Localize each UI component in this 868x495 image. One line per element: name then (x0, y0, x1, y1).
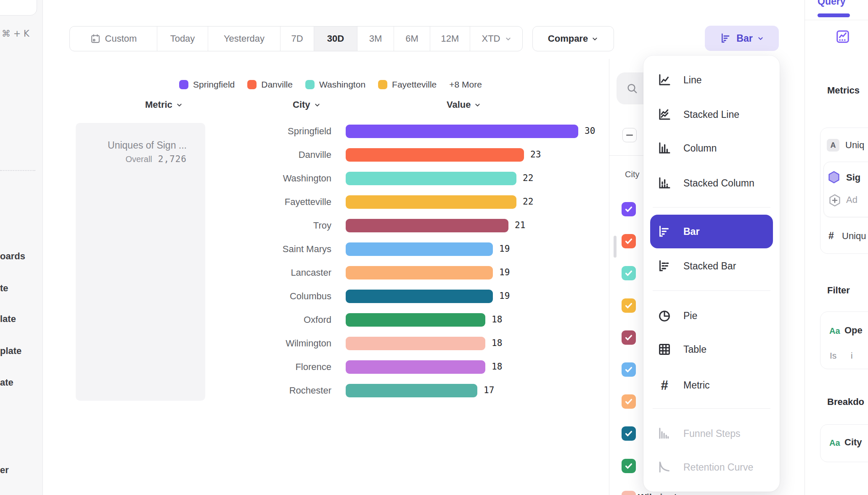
bar-category-label: Danville (143, 149, 331, 160)
legend-item-washington[interactable]: Washington (305, 80, 365, 90)
legend-item-springfield[interactable]: Springfield (179, 80, 235, 90)
breakdown-property[interactable]: City (844, 437, 862, 448)
bar-columbus[interactable] (346, 290, 493, 303)
metric-card[interactable]: Uniques of Sign ... Overall 2,726 (76, 123, 205, 401)
legend-label: Danville (261, 80, 293, 90)
check-icon (624, 365, 634, 375)
bar-troy[interactable] (346, 219, 508, 232)
bar-washington[interactable] (346, 172, 516, 185)
range-custom[interactable]: Custom (70, 27, 157, 51)
value-header-label: Value (447, 99, 471, 110)
filter-operand[interactable]: i (851, 351, 853, 361)
checkbox-wilmington[interactable] (622, 491, 636, 495)
check-icon (624, 493, 634, 495)
bar-saint-marys[interactable] (346, 242, 493, 256)
add-event-label[interactable]: Ad (846, 194, 857, 205)
range-3m[interactable]: 3M (357, 27, 394, 51)
bar-category-label: Fayetteville (143, 197, 331, 208)
sidebar-item-te[interactable]: te (0, 283, 8, 294)
filter-property[interactable]: Ope (844, 325, 863, 336)
range-label: Yesterday (224, 33, 265, 44)
metric-name[interactable]: Uniq (845, 140, 864, 151)
chart-type-table[interactable]: Table (643, 333, 780, 366)
event-name[interactable]: Sig (846, 172, 860, 183)
bar-category-label: Oxford (143, 314, 331, 325)
bar-fayetteville[interactable] (346, 195, 516, 209)
chart-type-label: Bar (736, 33, 752, 44)
sidebar-item-oards[interactable]: oards (0, 251, 25, 262)
add-event-icon[interactable] (828, 193, 840, 206)
bar-rochester[interactable] (346, 384, 477, 397)
range-xtd[interactable]: XTD (470, 27, 523, 51)
pie-icon (657, 308, 672, 323)
legend-item-danville[interactable]: Danville (247, 80, 293, 90)
bar-category-label: Rochester (143, 385, 331, 396)
checkbox-danville[interactable] (622, 234, 636, 248)
checkbox-washington[interactable] (622, 266, 636, 280)
chart-type-pie[interactable]: Pie (643, 299, 780, 333)
range-label: Custom (105, 33, 137, 44)
sidebar-item-ate[interactable]: ate (0, 377, 13, 388)
calendar-icon (90, 33, 101, 44)
bar-value-label: 22 (523, 173, 533, 183)
checkbox-troy[interactable] (622, 330, 636, 345)
column-header-value[interactable]: Value (447, 99, 481, 110)
range-12m[interactable]: 12M (430, 27, 470, 51)
aggregation-symbol: # (828, 230, 834, 242)
legend-label: Fayetteville (392, 80, 437, 90)
select-all-checkbox[interactable] (622, 128, 637, 142)
chart-type-bar[interactable]: Bar (650, 215, 773, 248)
range-today[interactable]: Today (157, 27, 208, 51)
metrics-heading: Metrics (827, 85, 860, 96)
chart-type-button[interactable]: Bar (705, 26, 779, 51)
legend-label: Springfield (193, 80, 235, 90)
sidebar-item-late[interactable]: late (0, 314, 16, 325)
checkbox-columbus[interactable] (622, 426, 636, 441)
chart-type-stacked-bar[interactable]: Stacked Bar (643, 249, 780, 283)
sidebar-search-box[interactable] (0, 0, 37, 16)
filter-type-badge: Aa (829, 326, 840, 336)
chart-type-stacked-line[interactable]: Stacked Line (643, 98, 780, 131)
bar-springfield[interactable] (346, 125, 578, 138)
stacked-line-icon (657, 107, 672, 122)
column-header-metric[interactable]: Metric (145, 99, 183, 110)
chart-type-metric[interactable]: #Metric (643, 368, 780, 402)
chart-type-stacked-column[interactable]: Stacked Column (643, 166, 780, 200)
bar-florence[interactable] (346, 360, 485, 374)
tab-query[interactable]: Query (818, 0, 845, 7)
filter-operator[interactable]: Is (830, 351, 836, 361)
scrollbar-thumb[interactable] (614, 236, 617, 258)
legend-item-fayetteville[interactable]: Fayetteville (378, 80, 437, 90)
bar-value-label: 19 (499, 291, 510, 301)
bar-value-label: 30 (585, 126, 595, 136)
checkbox-fayetteville[interactable] (622, 298, 636, 313)
checkbox-lancaster[interactable] (622, 394, 636, 409)
bar-value-label: 18 (492, 314, 502, 325)
checkbox-saint-marys[interactable] (622, 362, 636, 377)
sidebar-item-er[interactable]: er (0, 465, 9, 476)
menu-divider (653, 207, 770, 208)
range-6m[interactable]: 6M (394, 27, 430, 51)
bar-value-label: 19 (499, 267, 510, 277)
checkbox-springfield[interactable] (622, 202, 636, 216)
range-30d[interactable]: 30D (314, 27, 357, 51)
bar-danville[interactable] (346, 148, 524, 162)
chart-panel-icon[interactable] (835, 29, 850, 44)
bar-oxford[interactable] (346, 313, 485, 327)
sidebar-item-plate[interactable]: plate (0, 346, 21, 357)
range-yesterday[interactable]: Yesterday (208, 27, 280, 51)
legend-more-button[interactable]: +8 More (449, 80, 482, 90)
funnel-steps-icon (657, 426, 672, 441)
compare-button[interactable]: Compare (532, 26, 614, 51)
chart-type-column[interactable]: Column (643, 131, 780, 165)
chart-type-line[interactable]: Line (643, 63, 780, 97)
aggregation-label[interactable]: Uniqu (842, 231, 866, 242)
range-7d[interactable]: 7D (280, 27, 314, 51)
checkbox-oxford[interactable] (622, 459, 636, 473)
chart-legend: SpringfieldDanvilleWashingtonFayettevill… (179, 80, 482, 90)
bar-lancaster[interactable] (346, 266, 493, 279)
bar-category-label: Washington (143, 173, 331, 184)
check-icon (624, 268, 634, 278)
bar-wilmington[interactable] (346, 337, 485, 350)
column-header-city[interactable]: City (293, 99, 321, 110)
